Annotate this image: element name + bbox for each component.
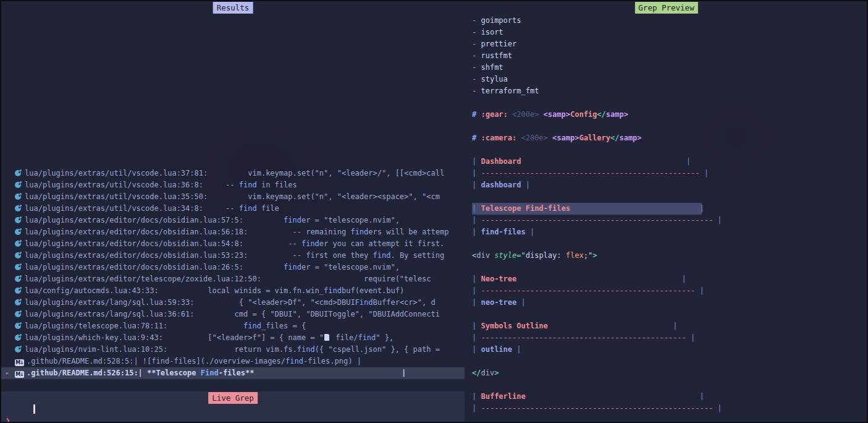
lua-icon bbox=[15, 275, 22, 282]
result-row-selected[interactable]: ▸M↓.github/README.md:526:15:| **Telescop… bbox=[1, 367, 465, 379]
preview-line bbox=[472, 262, 868, 273]
preview-line: | Neo-tree | bbox=[472, 273, 868, 285]
preview-line bbox=[472, 379, 868, 391]
lua-icon bbox=[15, 287, 22, 294]
preview-line: | find-files | bbox=[472, 226, 868, 238]
preview-line: # :gear: <200e> <samp>Config</samp> bbox=[472, 109, 868, 121]
result-row[interactable]: lua/plugins/nvim-lint.lua:10:25: return … bbox=[1, 344, 465, 356]
preview-line-highlighted: | Telescope Find-files | bbox=[472, 203, 868, 215]
lua-icon bbox=[15, 181, 22, 188]
result-row[interactable]: lua/plugins/extras/lang/sql.lua:36:61: c… bbox=[1, 309, 465, 320]
lua-icon bbox=[15, 216, 22, 223]
result-row[interactable]: lua/plugins/extras/editor/docs/obsidian.… bbox=[1, 250, 465, 262]
preview-line: <div style="display: flex;"> bbox=[472, 250, 868, 262]
preview-line: | outline | bbox=[472, 344, 868, 356]
lua-icon bbox=[15, 334, 22, 341]
preview-line bbox=[472, 121, 868, 132]
lua-icon bbox=[15, 299, 22, 306]
lua-icon bbox=[15, 205, 22, 212]
result-row[interactable]: lua/plugins/extras/util/vscode.lua:36:8:… bbox=[1, 179, 465, 191]
result-row[interactable]: lua/plugins/extras/editor/docs/obsidian.… bbox=[1, 226, 465, 238]
preview-line: | dashboard | bbox=[472, 179, 868, 191]
preview-line: - shfmt bbox=[472, 62, 868, 74]
selection-caret-icon: ▸ bbox=[6, 367, 9, 379]
markdown-icon: M↓ bbox=[15, 359, 24, 366]
preview-line: - stylua bbox=[472, 74, 868, 85]
lua-icon bbox=[15, 310, 22, 317]
preview-line: </div> bbox=[472, 367, 868, 379]
result-row[interactable]: lua/plugins/extras/util/vscode.lua:34:8:… bbox=[1, 203, 465, 215]
telescope-live-grep-window: Results lua/plugins/extras/util/vscode.l… bbox=[0, 0, 868, 423]
text-cursor bbox=[33, 404, 35, 414]
preview-line bbox=[472, 144, 868, 156]
result-row[interactable]: lua/plugins/telescope.lua:78:11: find_fi… bbox=[1, 320, 465, 332]
preview-line: | --------------------------------------… bbox=[472, 168, 868, 179]
preview-line bbox=[472, 238, 868, 250]
preview-line: - isort bbox=[472, 27, 868, 38]
result-row[interactable]: lua/plugins/extras/util/vscode.lua:35:50… bbox=[1, 191, 465, 203]
preview-line: - goimports bbox=[472, 15, 868, 27]
results-panel-title: Results bbox=[213, 2, 253, 14]
preview-content: - goimports- isort- prettier- rustfmt- s… bbox=[472, 15, 868, 414]
result-row[interactable]: lua/config/autocmds.lua:43:33: local win… bbox=[1, 285, 465, 297]
preview-line: | Symbols Outline | bbox=[472, 320, 868, 332]
lua-icon bbox=[15, 252, 22, 258]
preview-panel-title: Grep Preview bbox=[634, 2, 697, 14]
results-panel: Results lua/plugins/extras/util/vscode.l… bbox=[1, 1, 465, 422]
preview-line bbox=[472, 356, 868, 367]
preview-line: | Dashboard | bbox=[472, 156, 868, 168]
file-icon bbox=[324, 334, 329, 341]
preview-line: | neo-tree | bbox=[472, 297, 868, 309]
lua-icon bbox=[15, 322, 22, 329]
preview-panel: Grep Preview - goimports- isort- prettie… bbox=[465, 1, 868, 422]
markdown-icon: M↓ bbox=[15, 371, 24, 378]
result-row[interactable]: lua/plugins/extras/editor/telescope/zoxi… bbox=[1, 273, 465, 285]
lua-icon bbox=[15, 263, 22, 270]
preview-line: # :camera: <200e> <samp>Gallery</samp> bbox=[472, 132, 868, 144]
preview-line: - terraform_fmt bbox=[472, 85, 868, 97]
result-row[interactable]: lua/plugins/extras/util/vscode.lua:37:81… bbox=[1, 168, 465, 179]
preview-line: | --------------------------------------… bbox=[472, 215, 868, 226]
search-input[interactable]: ❯ find 18 / 18 bbox=[1, 403, 465, 415]
prompt-title: Live Grep bbox=[208, 392, 258, 404]
result-row[interactable]: lua/plugins/extras/lang/sql.lua:59:33: {… bbox=[1, 297, 465, 309]
preview-line: | --------------------------------------… bbox=[472, 332, 868, 344]
result-row[interactable]: lua/plugins/extras/editor/docs/obsidian.… bbox=[1, 238, 465, 250]
preview-line: - prettier bbox=[472, 38, 868, 50]
preview-line: | --------------------------------------… bbox=[472, 285, 868, 297]
result-row[interactable]: lua/plugins/extras/editor/docs/obsidian.… bbox=[1, 215, 465, 226]
preview-line: | --------------------------------------… bbox=[472, 403, 868, 414]
result-row[interactable]: M↓.github/README.md:528:5:| ![find-files… bbox=[1, 356, 465, 367]
lua-icon bbox=[15, 240, 22, 247]
preview-line: | Bufferline | bbox=[472, 391, 868, 403]
lua-icon bbox=[15, 169, 22, 176]
lua-icon bbox=[15, 228, 22, 235]
prompt-caret-icon: ❯ bbox=[6, 415, 10, 423]
preview-line bbox=[472, 191, 868, 203]
result-row[interactable]: lua/plugins/extras/editor/docs/obsidian.… bbox=[1, 262, 465, 273]
results-list: lua/plugins/extras/util/vscode.lua:37:81… bbox=[1, 168, 465, 379]
preview-line bbox=[472, 97, 868, 109]
preview-line bbox=[472, 309, 868, 320]
result-row[interactable]: lua/plugins/which-key.lua:9:43: ["<leade… bbox=[1, 332, 465, 344]
lua-icon bbox=[15, 193, 22, 200]
preview-line: - rustfmt bbox=[472, 50, 868, 62]
lua-icon bbox=[15, 346, 22, 352]
prompt-window: Live Grep ❯ find 18 / 18 bbox=[1, 391, 465, 422]
